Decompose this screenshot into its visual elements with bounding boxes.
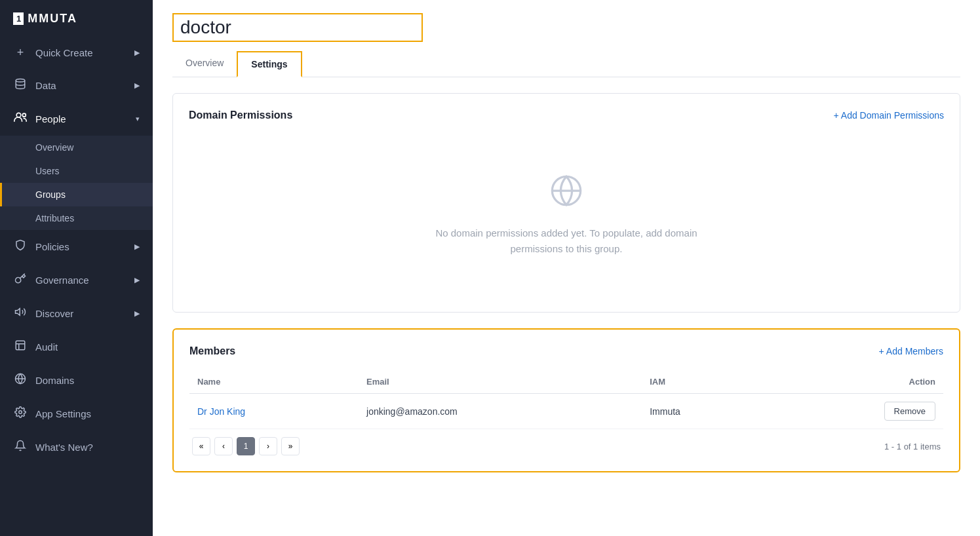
tab-bar: Overview Settings [172, 51, 960, 77]
sidebar-item-label: Quick Create [35, 47, 93, 58]
domain-permissions-empty: No domain permissions added yet. To popu… [189, 134, 944, 296]
svg-marker-3 [16, 309, 20, 316]
svg-point-2 [22, 113, 26, 117]
sidebar-item-label: Data [35, 80, 56, 91]
sidebar-item-label: Discover [35, 308, 73, 319]
member-iam: Immuta [642, 394, 765, 429]
app-settings-icon [13, 406, 28, 421]
svg-rect-4 [16, 341, 25, 350]
page-header: Overview Settings [153, 0, 980, 77]
domain-permissions-title: Domain Permissions [189, 109, 292, 121]
member-action: Remove [765, 394, 943, 429]
sidebar-item-app-settings[interactable]: App Settings [0, 397, 153, 431]
svg-point-1 [16, 113, 21, 117]
pagination-info: 1 - 1 of 1 items [884, 442, 941, 451]
audit-icon [13, 339, 28, 354]
sidebar-item-people[interactable]: People ▾ [0, 102, 153, 136]
sidebar-nav: + Quick Create ▶ Data ▶ People ▾ [0, 37, 153, 536]
logo: 1 MMUTA [0, 0, 153, 37]
tab-overview[interactable]: Overview [172, 51, 237, 77]
member-name-link[interactable]: Dr Jon King [197, 406, 245, 417]
add-domain-permissions-button[interactable]: + Add Domain Permissions [834, 110, 944, 121]
members-table: Name Email IAM Action Dr Jon King jonkin… [189, 370, 943, 429]
members-card: Members + Add Members Name Email IAM Act… [172, 328, 960, 472]
member-email: jonking@amazon.com [359, 394, 642, 429]
sub-item-label: Attributes [35, 213, 74, 223]
svg-point-9 [19, 411, 22, 414]
sidebar-item-label: What's New? [35, 442, 93, 453]
sidebar-item-label: App Settings [35, 408, 91, 419]
members-header: Members + Add Members [189, 345, 943, 357]
tab-settings[interactable]: Settings [237, 51, 302, 77]
sidebar-item-attributes[interactable]: Attributes [0, 206, 153, 230]
sidebar-item-policies[interactable]: Policies ▶ [0, 230, 153, 263]
main-content: Overview Settings Domain Permissions + A… [153, 0, 980, 536]
sidebar-item-users[interactable]: Users [0, 159, 153, 183]
sidebar-item-data[interactable]: Data ▶ [0, 69, 153, 102]
logo-text: MMUTA [28, 12, 77, 26]
data-icon [13, 78, 28, 93]
sidebar-item-groups[interactable]: Groups [0, 183, 153, 206]
people-icon [13, 111, 28, 126]
quick-create-icon: + [13, 46, 28, 60]
chevron-right-icon: ▶ [134, 276, 140, 284]
sidebar-item-quick-create[interactable]: + Quick Create ▶ [0, 37, 153, 69]
chevron-right-icon: ▶ [134, 48, 140, 57]
sidebar-item-discover[interactable]: Discover ▶ [0, 297, 153, 330]
sidebar-item-label: Governance [35, 275, 89, 286]
sidebar-item-label: Domains [35, 375, 74, 386]
sidebar-item-label: Policies [35, 241, 69, 252]
whats-new-icon [13, 440, 28, 455]
svg-point-0 [16, 79, 25, 83]
settings-content: Domain Permissions + Add Domain Permissi… [153, 77, 980, 488]
sidebar-item-label: People [35, 113, 66, 124]
page-number-button[interactable]: 1 [237, 437, 255, 455]
sub-item-label: Groups [35, 189, 66, 200]
domains-icon [13, 373, 28, 388]
sidebar-item-whats-new[interactable]: What's New? [0, 431, 153, 464]
empty-state-text: No domain permissions added yet. To popu… [435, 225, 697, 257]
sidebar: 1 MMUTA + Quick Create ▶ Data ▶ [0, 0, 153, 536]
chevron-right-icon: ▶ [134, 81, 140, 90]
chevron-right-icon: ▶ [134, 309, 140, 318]
add-members-button[interactable]: + Add Members [879, 346, 943, 356]
globe-icon [549, 174, 583, 215]
chevron-down-icon: ▾ [136, 115, 140, 123]
governance-icon [13, 273, 28, 288]
table-row: Dr Jon King jonking@amazon.com Immuta Re… [189, 394, 943, 429]
sub-item-label: Overview [35, 142, 73, 153]
next-page-button[interactable]: › [259, 437, 277, 455]
sidebar-item-domains[interactable]: Domains [0, 364, 153, 397]
col-email: Email [359, 370, 642, 394]
prev-page-button[interactable]: ‹ [214, 437, 233, 455]
first-page-button[interactable]: « [192, 437, 210, 455]
chevron-right-icon: ▶ [134, 242, 140, 251]
sidebar-item-overview[interactable]: Overview [0, 136, 153, 159]
sub-item-label: Users [35, 166, 60, 176]
table-body: Dr Jon King jonking@amazon.com Immuta Re… [189, 394, 943, 429]
col-action: Action [765, 370, 943, 394]
page-controls: « ‹ 1 › » [192, 437, 300, 455]
discover-icon [13, 306, 28, 321]
remove-member-button[interactable]: Remove [884, 402, 935, 421]
page-title[interactable] [172, 13, 423, 42]
member-name: Dr Jon King [189, 394, 359, 429]
col-name: Name [189, 370, 359, 394]
people-submenu: Overview Users Groups Attributes [0, 136, 153, 230]
col-iam: IAM [642, 370, 765, 394]
domain-permissions-card: Domain Permissions + Add Domain Permissi… [172, 93, 960, 313]
domain-permissions-header: Domain Permissions + Add Domain Permissi… [189, 109, 944, 121]
table-head: Name Email IAM Action [189, 370, 943, 394]
sidebar-item-audit[interactable]: Audit [0, 330, 153, 364]
sidebar-item-governance[interactable]: Governance ▶ [0, 263, 153, 297]
members-title: Members [189, 345, 235, 357]
sidebar-item-label: Audit [35, 341, 58, 353]
logo-box: 1 [13, 12, 24, 25]
pagination: « ‹ 1 › » 1 - 1 of 1 items [189, 429, 943, 455]
policies-icon [13, 239, 28, 254]
last-page-button[interactable]: » [281, 437, 300, 455]
